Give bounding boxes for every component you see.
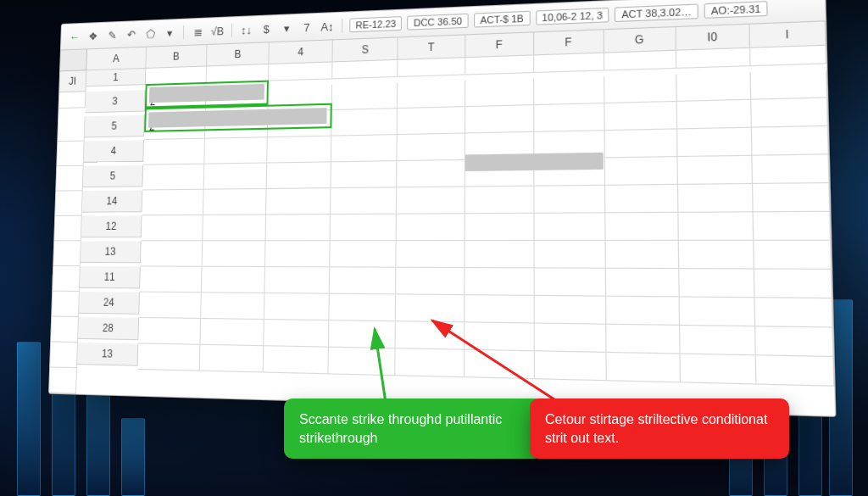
cell[interactable] bbox=[396, 321, 465, 350]
cell[interactable] bbox=[55, 191, 82, 216]
column-header[interactable]: B bbox=[146, 45, 207, 69]
cell[interactable] bbox=[331, 161, 398, 188]
row-header[interactable]: 1 bbox=[86, 69, 147, 86]
cell[interactable] bbox=[604, 102, 677, 131]
cell[interactable] bbox=[267, 137, 331, 164]
row-header[interactable]: 28 bbox=[78, 317, 139, 340]
cell[interactable] bbox=[52, 292, 80, 317]
cell[interactable] bbox=[397, 214, 465, 241]
cell[interactable] bbox=[203, 241, 266, 267]
undo-icon[interactable]: ↶ bbox=[124, 26, 138, 42]
cell[interactable] bbox=[604, 129, 677, 158]
cell[interactable] bbox=[264, 346, 329, 374]
row-header[interactable]: 3 bbox=[86, 90, 146, 113]
column-header[interactable]: 4 bbox=[270, 40, 334, 64]
cell[interactable] bbox=[396, 348, 465, 377]
cell[interactable] bbox=[329, 320, 396, 348]
cell[interactable] bbox=[679, 298, 755, 327]
spreadsheet-grid[interactable]: ABB4STFFGI0IJI132524514121311242813 bbox=[49, 21, 835, 415]
cell[interactable] bbox=[679, 241, 754, 270]
filter-icon[interactable]: ▾ bbox=[279, 20, 294, 36]
cell[interactable] bbox=[465, 105, 534, 133]
list-icon[interactable]: ≣ bbox=[190, 24, 205, 40]
cell[interactable] bbox=[465, 187, 534, 215]
seven-icon[interactable]: 7 bbox=[299, 19, 314, 35]
cell[interactable] bbox=[678, 184, 754, 213]
cell[interactable] bbox=[58, 116, 85, 142]
cell[interactable] bbox=[606, 353, 681, 382]
column-header[interactable]: I bbox=[750, 21, 826, 47]
cell[interactable] bbox=[398, 58, 465, 77]
cell[interactable] bbox=[57, 142, 84, 167]
cell[interactable] bbox=[265, 267, 331, 294]
cell[interactable] bbox=[605, 157, 678, 186]
cell[interactable] bbox=[534, 324, 606, 353]
cell[interactable] bbox=[142, 215, 203, 241]
cell[interactable] bbox=[396, 294, 465, 322]
cell[interactable] bbox=[534, 213, 605, 241]
cell[interactable] bbox=[397, 241, 465, 268]
cell[interactable] bbox=[397, 187, 465, 215]
cell[interactable] bbox=[53, 266, 81, 292]
cell[interactable] bbox=[56, 166, 83, 192]
cell[interactable] bbox=[465, 322, 535, 351]
cell[interactable] bbox=[678, 212, 754, 241]
cell[interactable] bbox=[201, 319, 265, 346]
row-header[interactable]: 12 bbox=[81, 215, 142, 237]
cell[interactable] bbox=[203, 215, 266, 242]
cell[interactable] bbox=[264, 320, 330, 348]
cell[interactable] bbox=[58, 92, 86, 109]
cell[interactable] bbox=[203, 189, 267, 215]
cell[interactable] bbox=[754, 270, 832, 299]
cell[interactable] bbox=[465, 350, 535, 380]
cell[interactable] bbox=[605, 241, 679, 269]
column-header[interactable]: A bbox=[86, 47, 147, 71]
cell[interactable] bbox=[264, 293, 330, 320]
brush-icon[interactable]: ✎ bbox=[105, 27, 120, 43]
cell[interactable] bbox=[49, 367, 77, 393]
cell[interactable] bbox=[534, 268, 606, 296]
row-header[interactable]: 14 bbox=[82, 190, 143, 212]
cell[interactable] bbox=[754, 298, 832, 327]
cell[interactable] bbox=[751, 98, 828, 128]
row-header[interactable]: 13 bbox=[77, 343, 138, 366]
cell[interactable] bbox=[202, 267, 265, 293]
cell[interactable] bbox=[756, 355, 835, 386]
cell[interactable] bbox=[331, 215, 397, 241]
cell[interactable] bbox=[676, 48, 751, 69]
cell[interactable] bbox=[330, 294, 397, 322]
cell[interactable] bbox=[331, 135, 398, 162]
cell[interactable] bbox=[677, 128, 752, 157]
cell[interactable] bbox=[142, 190, 204, 216]
font-icon[interactable]: A↕ bbox=[320, 18, 335, 34]
cell[interactable] bbox=[677, 100, 752, 130]
cell[interactable] bbox=[398, 160, 465, 187]
cell[interactable] bbox=[754, 241, 832, 270]
shape-icon[interactable]: ⬠ bbox=[142, 25, 157, 42]
cell[interactable] bbox=[137, 343, 200, 371]
cell[interactable] bbox=[465, 268, 534, 296]
cell[interactable] bbox=[265, 241, 331, 267]
back-icon[interactable]: ← bbox=[67, 29, 81, 44]
cell[interactable] bbox=[50, 342, 78, 368]
dropdown-icon[interactable]: ▾ bbox=[162, 25, 177, 41]
cell[interactable] bbox=[604, 51, 676, 71]
column-header[interactable]: T bbox=[398, 35, 465, 59]
row-header[interactable]: 13 bbox=[81, 241, 142, 263]
cell[interactable] bbox=[465, 79, 534, 108]
cell[interactable] bbox=[329, 348, 396, 376]
cell[interactable] bbox=[465, 214, 534, 241]
cell[interactable] bbox=[332, 109, 398, 137]
row-header[interactable]: 4 bbox=[84, 140, 144, 163]
cell[interactable] bbox=[606, 269, 680, 298]
cell[interactable] bbox=[269, 62, 333, 81]
cell[interactable] bbox=[398, 81, 465, 109]
cell[interactable] bbox=[146, 66, 207, 85]
select-all-corner[interactable] bbox=[60, 49, 87, 71]
cell[interactable] bbox=[680, 326, 756, 355]
cell[interactable] bbox=[534, 103, 605, 132]
row-header[interactable]: 5 bbox=[85, 115, 145, 138]
row-header[interactable]: 24 bbox=[79, 292, 140, 315]
column-header[interactable]: F bbox=[465, 32, 534, 58]
cell[interactable] bbox=[677, 156, 753, 185]
